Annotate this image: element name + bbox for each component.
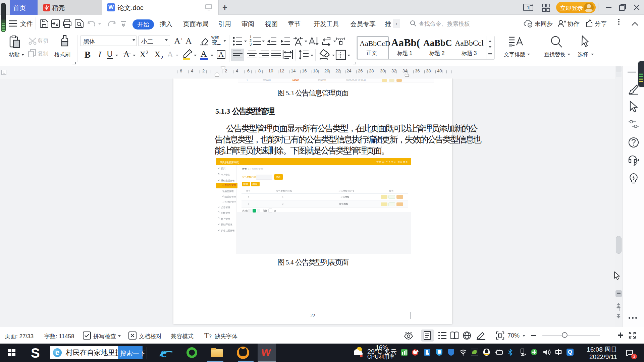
svg-text:1: 1 [527, 5, 529, 10]
